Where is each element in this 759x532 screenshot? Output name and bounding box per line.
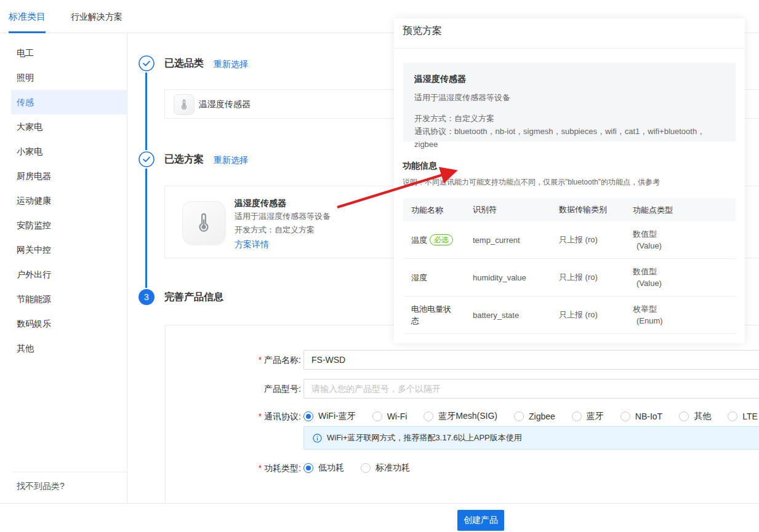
radio-nbiot[interactable]: NB-IoT <box>620 411 662 421</box>
radio-icon <box>620 411 630 421</box>
radio-icon <box>303 463 313 473</box>
create-product-button[interactable]: 创建产品 <box>457 510 504 531</box>
sidebar-item-small-appliance[interactable]: 小家电 <box>0 139 127 164</box>
table-row: 湿度 humidity_value 只上报 (ro) 数值型(Value) <box>403 259 736 296</box>
preview-dev-mode: 开发方式：自定义方案 <box>414 112 725 125</box>
solution-dev-mode: 开发方式：自定义方案 <box>235 223 331 237</box>
radio-label: 蓝牙Mesh(SIG) <box>438 411 497 422</box>
fn-type: 数值型(Value) <box>625 266 736 289</box>
step-connector-1 <box>145 73 147 150</box>
fn-type-line2: (Value) <box>633 277 736 289</box>
function-table-header: 功能名称 识别符 数据传输类别 功能点类型 <box>403 198 736 221</box>
solution-name: 温湿度传感器 <box>235 196 331 210</box>
preview-solution-name: 温湿度传感器 <box>414 73 725 85</box>
col-identifier: 识别符 <box>465 204 551 215</box>
sidebar-item-outdoor[interactable]: 户外出行 <box>0 262 127 287</box>
product-name-input[interactable] <box>303 350 759 370</box>
category-list: 电工 照明 传感 大家电 小家电 厨房电器 运动健康 安防监控 网关中控 户外出… <box>0 33 127 360</box>
thermometer-icon <box>174 94 195 115</box>
radio-ble[interactable]: 蓝牙 <box>572 411 604 422</box>
preview-solution-desc: 适用于温湿度传感器等设备 <box>414 92 725 104</box>
sidebar-item-lighting[interactable]: 照明 <box>0 65 127 90</box>
sidebar-item-digital-entertainment[interactable]: 数码娱乐 <box>0 311 127 336</box>
product-info-form: 产品名称: 产品型号: 通讯协议: WiFi-蓝牙 Wi-Fi 蓝牙Mesh(S… <box>165 325 759 532</box>
fn-type: 枚举型(Enum) <box>625 303 736 327</box>
info-icon <box>313 434 322 443</box>
fn-name: 湿度 <box>403 272 465 284</box>
radio-label: LTE Cat.1 <box>742 411 759 421</box>
tab-industry-solution[interactable]: 行业解决方案 <box>71 0 122 33</box>
category-sidebar: 电工 照明 传感 大家电 小家电 厨房电器 运动健康 安防监控 网关中控 户外出… <box>0 33 127 503</box>
function-info-heading: 功能信息 <box>403 161 437 172</box>
product-create-page: 标准类目 行业解决方案 电工 照明 传感 大家电 小家电 厨房电器 运动健康 安… <box>0 0 759 532</box>
preview-protocols: 通讯协议：bluetooth，nb-iot，sigmesh，subpieces，… <box>414 125 725 151</box>
radio-icon <box>728 411 737 421</box>
fn-type-line1: 枚举型 <box>633 303 736 315</box>
protocol-hint-text: WiFi+蓝牙联网方式，推荐搭配3.17.6以上APP版本使用 <box>327 432 522 443</box>
radio-icon <box>303 411 313 421</box>
thermometer-icon <box>182 201 225 244</box>
product-model-input[interactable] <box>303 379 759 399</box>
protocol-hint-banner: WiFi+蓝牙联网方式，推荐搭配3.17.6以上APP版本使用 <box>303 426 759 450</box>
sidebar-item-electrical[interactable]: 电工 <box>0 41 127 65</box>
preview-divider <box>394 48 745 49</box>
power-type-radio-group: 低功耗 标准功耗 <box>303 458 410 478</box>
solution-detail-link[interactable]: 方案详情 <box>235 237 331 252</box>
sidebar-item-security[interactable]: 安防监控 <box>0 213 127 237</box>
radio-zigbee[interactable]: Zigbee <box>514 411 555 421</box>
fn-transfer: 只上报 (ro) <box>551 309 625 320</box>
radio-icon <box>361 463 371 473</box>
product-model-label: 产品型号: <box>166 379 301 399</box>
sidebar-item-sensor[interactable]: 传感 <box>11 90 127 114</box>
selected-category-name: 温湿度传感器 <box>199 90 251 118</box>
radio-label: WiFi-蓝牙 <box>318 411 356 422</box>
radio-label: 标准功耗 <box>375 463 410 474</box>
fn-name-text: 湿度 <box>411 273 427 282</box>
sidebar-item-others[interactable]: 其他 <box>0 336 127 360</box>
radio-wifi[interactable]: Wi-Fi <box>372 411 408 421</box>
preview-title: 预览方案 <box>403 22 442 39</box>
radio-low-power[interactable]: 低功耗 <box>303 463 344 474</box>
radio-ble-mesh[interactable]: 蓝牙Mesh(SIG) <box>424 411 497 422</box>
col-function-name: 功能名称 <box>403 204 465 216</box>
radio-standard-power[interactable]: 标准功耗 <box>361 463 410 474</box>
page-footer: 创建产品 <box>0 503 759 532</box>
sidebar-item-gateway[interactable]: 网关中控 <box>0 237 127 262</box>
protocol-label: 通讯协议: <box>166 407 301 426</box>
sidebar-item-kitchen-appliance[interactable]: 厨房电器 <box>0 164 127 188</box>
radio-wifi-ble[interactable]: WiFi-蓝牙 <box>303 411 356 422</box>
sidebar-divider <box>12 472 127 472</box>
sidebar-item-energy[interactable]: 节能能源 <box>0 287 127 311</box>
radio-label: Zigbee <box>529 411 555 421</box>
table-row: 电池电量状态 battery_state 只上报 (ro) 枚举型(Enum) <box>403 296 736 334</box>
col-dp-type: 功能点类型 <box>625 204 736 216</box>
table-row: 温度必选 temp_current 只上报 (ro) 数值型(Value) <box>403 221 736 259</box>
col-transfer-type: 数据传输类别 <box>551 204 625 215</box>
sidebar-item-sport-health[interactable]: 运动健康 <box>0 188 127 213</box>
sidebar-item-large-appliance[interactable]: 大家电 <box>0 114 127 139</box>
step2-check-icon <box>139 151 155 167</box>
step1-reselect-link[interactable]: 重新选择 <box>214 58 248 70</box>
product-name-label: 产品名称: <box>166 350 301 370</box>
tab-standard-category[interactable]: 标准类目 <box>9 0 46 33</box>
step1-check-icon <box>139 55 155 71</box>
fn-name: 温度必选 <box>403 234 465 246</box>
fn-name-text: 电池电量状态 <box>411 304 451 325</box>
radio-other[interactable]: 其他 <box>679 411 711 422</box>
fn-transfer: 只上报 (ro) <box>551 272 625 283</box>
radio-label: 其他 <box>694 411 711 422</box>
fn-identifier: humidity_value <box>465 273 551 282</box>
function-info-note: 说明：不同通讯能力可能支持功能点不同，仅展示"bluetooth"的功能点，供参… <box>403 177 660 188</box>
radio-icon <box>514 411 524 421</box>
fn-type-line1: 数值型 <box>633 228 736 240</box>
preview-solution-panel: 预览方案 温湿度传感器 适用于温湿度传感器等设备 开发方式：自定义方案 通讯协议… <box>394 18 745 343</box>
cannot-find-category-link[interactable]: 找不到品类? <box>17 474 65 498</box>
radio-icon <box>572 411 582 421</box>
step3-title: 完善产品信息 <box>164 290 223 304</box>
power-type-label: 功耗类型: <box>166 458 301 478</box>
radio-lte-cat1[interactable]: LTE Cat.1 <box>728 411 759 421</box>
solution-desc: 适用于温湿度传感器等设备 <box>235 210 331 223</box>
fn-transfer: 只上报 (ro) <box>551 234 625 245</box>
function-table: 功能名称 识别符 数据传输类别 功能点类型 温度必选 temp_current … <box>403 198 736 334</box>
step2-reselect-link[interactable]: 重新选择 <box>214 154 248 166</box>
